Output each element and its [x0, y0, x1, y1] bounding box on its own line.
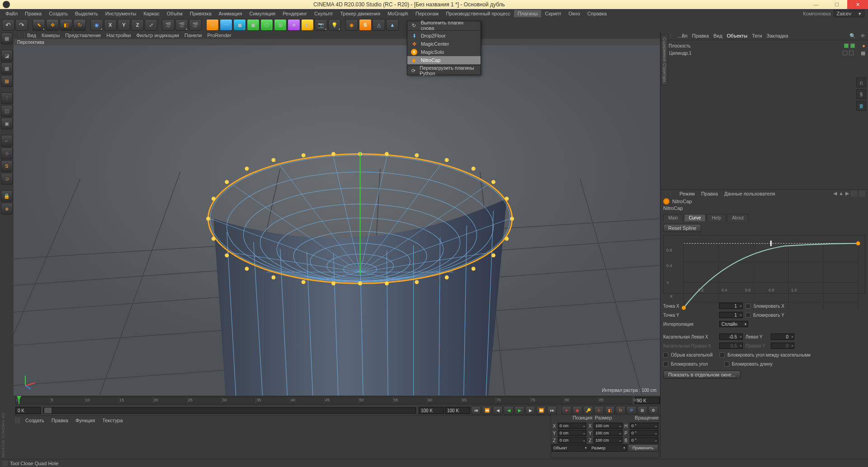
- goto-end[interactable]: ⏭: [547, 406, 557, 415]
- mat-edit[interactable]: Правка: [48, 417, 72, 424]
- range-total[interactable]: 100 K: [419, 407, 444, 414]
- make-editable[interactable]: ▦: [1, 33, 13, 44]
- tab-main[interactable]: Main: [663, 214, 683, 221]
- menu-tools[interactable]: Инструменты: [102, 10, 140, 17]
- tab-help[interactable]: Help: [707, 214, 726, 221]
- menu-tracker[interactable]: Трекер движения: [337, 10, 384, 17]
- play-back[interactable]: ◀: [504, 406, 514, 415]
- klx-field[interactable]: -0.5: [719, 334, 743, 340]
- menu-snap[interactable]: Привязка: [186, 10, 215, 17]
- z-axis-lock[interactable]: Z: [131, 19, 144, 31]
- x-axis-lock[interactable]: X: [104, 19, 117, 31]
- om-item-plane[interactable]: ▱ Плоскость ●: [663, 42, 865, 49]
- show-window-button[interactable]: Показать в отдельном окне...: [663, 371, 741, 379]
- tab-curve[interactable]: Curve: [684, 214, 706, 221]
- tab-about[interactable]: About: [727, 214, 749, 221]
- om-edit[interactable]: Правка: [692, 33, 709, 38]
- grip-icon[interactable]: [15, 417, 20, 424]
- menu-create[interactable]: Создать: [45, 10, 71, 17]
- plugin-4[interactable]: ▲: [386, 19, 399, 31]
- cube-object[interactable]: ◼: [233, 19, 246, 31]
- om-tags[interactable]: Теги: [752, 33, 762, 38]
- am-nav-up[interactable]: ▲: [839, 191, 844, 197]
- om-item-cylinder[interactable]: ⬭ Цилиндр.1 ▦: [663, 49, 865, 57]
- vp-options[interactable]: Настройки: [106, 33, 131, 38]
- range-total2[interactable]: 100 K: [445, 407, 470, 414]
- break-tan-check[interactable]: [663, 353, 668, 357]
- rot-key[interactable]: ↻: [616, 406, 626, 415]
- pointy-field[interactable]: 1: [719, 312, 743, 318]
- lock-angle-tan-check[interactable]: [720, 353, 725, 357]
- goto-start[interactable]: ⏮: [471, 406, 481, 415]
- am-mode[interactable]: Режим: [679, 191, 695, 196]
- range-start[interactable]: 0 K: [15, 407, 41, 414]
- menu-character[interactable]: Персонаж: [412, 10, 442, 17]
- menu-volume[interactable]: Объём: [163, 10, 186, 17]
- pm-rerun[interactable]: ↻Выполнить плагин снова: [407, 21, 481, 29]
- vp-cameras[interactable]: Камеры: [42, 33, 60, 38]
- menu-file[interactable]: Файл: [2, 10, 21, 17]
- generator-object[interactable]: ▣: [247, 19, 259, 31]
- quantize[interactable]: ⊃: [1, 173, 13, 185]
- tweak-mode[interactable]: ⌐: [1, 135, 13, 147]
- menu-pipeline[interactable]: Производственный процесс: [442, 10, 514, 17]
- layout-dropdown[interactable]: Zaicev: [834, 10, 864, 17]
- param-key[interactable]: P: [627, 406, 637, 415]
- next-frame[interactable]: ▶: [525, 406, 535, 415]
- vis-editor-toggle[interactable]: [843, 51, 847, 55]
- prev-key[interactable]: ⏪: [482, 406, 492, 415]
- magicsolo-plugin[interactable]: S: [359, 19, 372, 31]
- pla-key[interactable]: ⊞: [637, 406, 647, 415]
- range-slider[interactable]: [43, 407, 416, 414]
- menu-edit[interactable]: Правка: [21, 10, 45, 17]
- menu-sculpt[interactable]: Скульпт: [311, 10, 336, 17]
- scale-key[interactable]: ◧: [605, 406, 615, 415]
- maximize-button[interactable]: ☐: [826, 0, 847, 9]
- kly-field[interactable]: 0: [771, 334, 794, 340]
- axis-mode[interactable]: ⊹: [1, 148, 13, 159]
- points-mode[interactable]: ⋮: [1, 92, 13, 104]
- menu-mograph[interactable]: MoGraph: [384, 10, 412, 17]
- select-tool[interactable]: ⬉: [33, 19, 45, 31]
- y-axis-lock[interactable]: Y: [118, 19, 130, 31]
- vp-view[interactable]: Вид: [27, 33, 36, 38]
- pm-reload-python[interactable]: ⟳Перезагрузить плагины Python: [407, 67, 481, 75]
- play-fwd[interactable]: ▶: [514, 406, 524, 415]
- record-key[interactable]: ●: [561, 406, 571, 415]
- plugin-3[interactable]: △: [373, 19, 385, 31]
- om-eye-icon[interactable]: 👁: [860, 33, 865, 38]
- workplane-mode[interactable]: ▦: [1, 75, 13, 87]
- pm-drop2floor[interactable]: ⬇Drop2Floor: [407, 32, 481, 40]
- coord-system[interactable]: ⤢: [145, 19, 157, 31]
- om-tool-1[interactable]: ⎌: [856, 77, 866, 87]
- deformer-object[interactable]: ⬘: [288, 19, 300, 31]
- content-structure-tab[interactable]: Содержимое Структура: [661, 34, 668, 86]
- environment[interactable]: ◐: [301, 19, 314, 31]
- mat-function[interactable]: Функция: [72, 417, 99, 424]
- polys-mode[interactable]: ▣: [1, 118, 13, 129]
- pm-magicsolo[interactable]: SMagicSolo: [407, 48, 481, 56]
- coord-size-dd[interactable]: Размер: [590, 444, 627, 452]
- menu-help[interactable]: Справка: [584, 10, 610, 17]
- timeline-end-field[interactable]: 90 K: [635, 397, 660, 404]
- tag-texture-icon[interactable]: ▦: [861, 50, 865, 56]
- menu-simulate[interactable]: Симуляция: [245, 10, 279, 17]
- am-lock-icon[interactable]: [851, 191, 857, 197]
- light-object[interactable]: 💡: [328, 19, 341, 31]
- vis-render-toggle[interactable]: [849, 51, 854, 55]
- am-userdata[interactable]: Данные пользователя: [724, 191, 775, 196]
- viewport-solo[interactable]: ◈: [1, 203, 13, 214]
- vis-render-toggle[interactable]: [850, 43, 855, 48]
- vp-panel[interactable]: Панели: [184, 33, 202, 38]
- interp-dropdown[interactable]: Сплайн: [719, 321, 748, 327]
- render-settings[interactable]: 🎬: [189, 19, 202, 31]
- am-edit[interactable]: Правка: [701, 191, 718, 196]
- nitrocap-plugin[interactable]: ◉: [345, 19, 358, 31]
- om-file[interactable]: ...йл: [678, 33, 688, 38]
- reset-spline-button[interactable]: Reset Spline: [663, 224, 701, 232]
- vp-display[interactable]: Представление: [65, 33, 101, 38]
- prev-frame[interactable]: ◀: [493, 406, 503, 415]
- recent-tool[interactable]: ◉: [90, 19, 103, 31]
- menu-plugins[interactable]: Плагины: [514, 10, 542, 17]
- undo-button[interactable]: ↶: [2, 19, 14, 31]
